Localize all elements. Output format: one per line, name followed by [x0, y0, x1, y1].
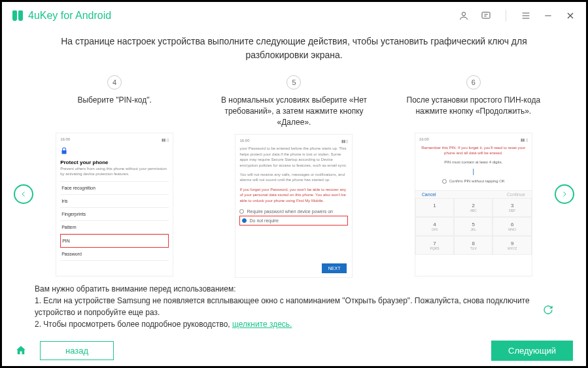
step-5: 5 В нормальных условиях выберите «Нет тр…: [214, 75, 373, 278]
radio-not-require: Do not require: [239, 216, 348, 226]
titlebar-left: 4uKey for Android: [12, 10, 111, 22]
opt-pin: PIN: [60, 234, 169, 248]
titlebar: 4uKey for Android: [2, 2, 586, 29]
opt-iris: Iris: [60, 195, 169, 208]
back-button[interactable]: назад: [40, 341, 114, 360]
step-caption: В нормальных условиях выберите «Нет треб…: [214, 95, 373, 127]
step-caption: После установки простого ПИН-кода нажмит…: [394, 95, 553, 126]
step-number: 5: [286, 75, 301, 90]
menu-icon[interactable]: [521, 10, 531, 21]
phone-mock-5: 16:00▮▮ ▯ your Password to be entered be…: [235, 134, 353, 278]
phone-next-button: NEXT: [322, 263, 347, 273]
notes-line-1: 1. Если на устройстве Samsung не появляе…: [35, 295, 553, 318]
opt-fingerprints: Fingerprints: [60, 208, 169, 221]
close-icon[interactable]: [565, 10, 576, 21]
app-logo: [12, 10, 23, 21]
notes-line-2: 2. Чтобы просмотреть более подробное рук…: [35, 318, 553, 330]
svg-point-0: [462, 12, 465, 16]
step-6: 6 После установки простого ПИН-кода нажм…: [394, 75, 553, 278]
prev-arrow-button[interactable]: [14, 184, 33, 204]
feedback-icon[interactable]: [481, 10, 491, 21]
refresh-icon[interactable]: [543, 305, 553, 315]
steps-row: 4 Выберите "PIN-код". 16:00▮▮ ▯ Protect …: [35, 75, 553, 278]
next-button[interactable]: Следующий: [491, 341, 573, 361]
next-arrow-button[interactable]: [555, 184, 574, 204]
step-caption: Выберите "PIN-код".: [77, 95, 151, 126]
content: На странице настроек устройства выполнит…: [2, 29, 586, 278]
phone-mock-4: 16:00▮▮ ▯ Protect your phone Prevent oth…: [56, 133, 173, 276]
notes-section: Вам нужно обратить внимание перед исполь…: [2, 278, 586, 330]
minimize-icon[interactable]: [543, 10, 553, 21]
step-number: 4: [107, 75, 122, 90]
guide-link[interactable]: щелкните здесь.: [232, 320, 292, 329]
step-4: 4 Выберите "PIN-код". 16:00▮▮ ▯ Protect …: [35, 75, 194, 278]
opt-password: Password: [60, 248, 169, 261]
instruction-text: На странице настроек устройства выполнит…: [35, 35, 553, 62]
opt-face: Face recognition: [60, 182, 169, 195]
user-icon[interactable]: [458, 10, 469, 21]
opt-pattern: Pattern: [60, 221, 169, 234]
step-number: 6: [466, 75, 481, 90]
svg-rect-1: [482, 12, 490, 18]
notes-heading: Вам нужно обратить внимание перед исполь…: [35, 283, 553, 295]
app-title: 4uKey for Android: [28, 10, 111, 22]
radio-require: Require password when device powers on: [239, 207, 348, 216]
lock-icon: [60, 147, 68, 155]
footer: назад Следующий: [2, 335, 586, 366]
home-icon[interactable]: [15, 344, 27, 356]
phone-mock-6: 16:00▮▮ ▯ Remember this PIN. If you forg…: [415, 133, 532, 276]
titlebar-right: [458, 10, 576, 22]
